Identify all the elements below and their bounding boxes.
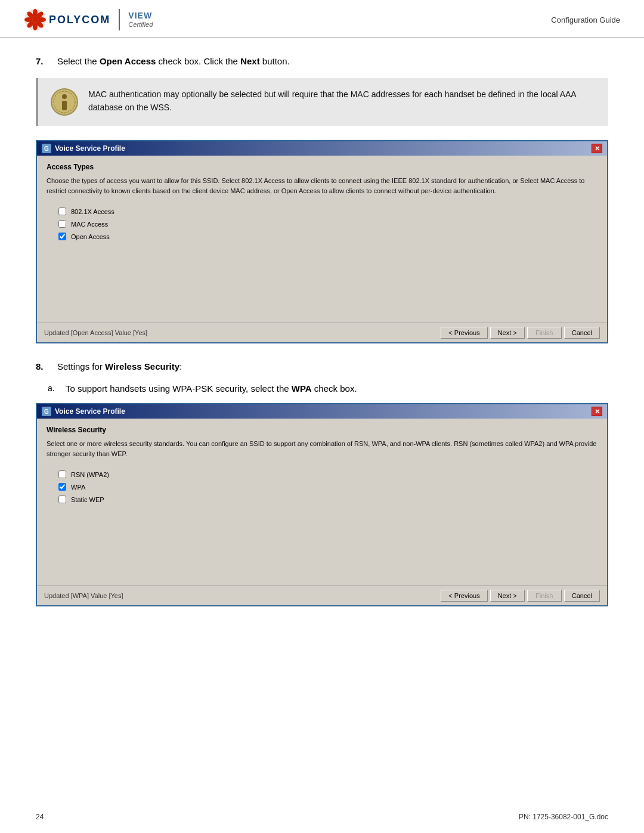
config-guide-label: Configuration Guide: [551, 16, 620, 24]
checkbox-802-input[interactable]: [58, 208, 66, 215]
step8-number: 8.: [36, 361, 48, 371]
dialog1-close-button[interactable]: ✕: [592, 144, 602, 153]
dialog2-previous-button[interactable]: < Previous: [441, 590, 487, 602]
checkbox-row-mac: MAC Access: [47, 220, 597, 228]
dialog2-buttons: < Previous Next > Finish Cancel: [441, 590, 600, 602]
page-header: POLYCOM VIEW Certified Configuration Gui…: [0, 0, 644, 38]
dialog1-title-left: G Voice Service Profile: [42, 144, 125, 153]
dialog2-title-icon: G: [42, 407, 51, 416]
dialog2-section-title: Wireless Security: [47, 426, 597, 434]
info-text: MAC authentication may optionally be sel…: [88, 88, 596, 114]
step7-bold1: Open Access: [100, 56, 156, 66]
dialog2-title-left: G Voice Service Profile: [42, 407, 125, 416]
checkbox-row-802: 802.1X Access: [47, 208, 597, 215]
step8a-row: a. To support handsets using WPA-PSK sec…: [48, 383, 608, 394]
logo-divider: [119, 9, 120, 30]
polycom-logo-icon: [24, 8, 47, 31]
svg-rect-12: [62, 101, 67, 110]
step7-instruction: 7. Select the Open Access check box. Cli…: [36, 56, 608, 66]
checkbox-802-label: 802.1X Access: [71, 208, 114, 215]
page-footer: 24 PN: 1725-36082-001_G.doc: [0, 813, 644, 821]
checkbox-open-input[interactable]: [58, 233, 66, 240]
step8-text: Settings for Wireless Security:: [57, 361, 182, 371]
svg-point-9: [32, 17, 38, 23]
dialog1-footer: Updated [Open Access] Value [Yes] < Prev…: [37, 323, 607, 342]
checkbox-staticwep-label: Static WEP: [71, 496, 104, 503]
checkbox-staticwep-input[interactable]: [58, 496, 66, 503]
step8a-text: To support handsets using WPA-PSK securi…: [66, 383, 357, 394]
main-content: 7. Select the Open Access check box. Cli…: [0, 38, 644, 642]
checkbox-row-staticwep: Static WEP: [47, 496, 597, 503]
logo-area: POLYCOM VIEW Certified: [24, 8, 153, 31]
dialog1-title-icon: G: [42, 144, 51, 153]
dialog1-status: Updated [Open Access] Value [Yes]: [44, 329, 147, 336]
polycom-name: POLYCOM: [49, 14, 110, 26]
dialog1-next-button[interactable]: Next >: [490, 327, 525, 339]
view-label: VIEW: [128, 11, 153, 21]
svg-point-11: [62, 94, 67, 99]
page-number: 24: [36, 813, 44, 821]
dialog1-finish-button[interactable]: Finish: [527, 327, 562, 339]
checkbox-wpa-input[interactable]: [58, 483, 66, 491]
certified-label: Certified: [128, 21, 153, 29]
dialog2-title-bar: G Voice Service Profile ✕: [37, 404, 607, 419]
dialog1-section-title: Access Types: [47, 163, 597, 171]
checkbox-row-rsn: RSN (WPA2): [47, 470, 597, 478]
dialog1-cancel-button[interactable]: Cancel: [564, 327, 600, 339]
dialog2-close-button[interactable]: ✕: [592, 407, 602, 416]
dialog2-cancel-button[interactable]: Cancel: [564, 590, 600, 602]
dialog1-body: Access Types Choose the types of access …: [37, 156, 607, 323]
checkbox-mac-label: MAC Access: [71, 221, 108, 228]
polycom-logo: POLYCOM: [24, 8, 110, 31]
dialog2-footer: Updated [WPA] Value [Yes] < Previous Nex…: [37, 586, 607, 605]
checkbox-row-open: Open Access: [47, 233, 597, 240]
checkbox-rsn-label: RSN (WPA2): [71, 471, 109, 478]
dialog2-window: G Voice Service Profile ✕ Wireless Secur…: [36, 403, 608, 606]
checkbox-open-label: Open Access: [71, 233, 110, 240]
doc-ref: PN: 1725-36082-001_G.doc: [519, 813, 608, 821]
dialog1-buttons: < Previous Next > Finish Cancel: [441, 327, 600, 339]
dialog1-description: Choose the types of access you want to a…: [47, 176, 597, 196]
dialog2-body: Wireless Security Select one or more wir…: [37, 419, 607, 586]
view-certified-block: VIEW Certified: [128, 11, 153, 29]
step8a-letter: a.: [48, 383, 58, 393]
dialog1-title-bar: G Voice Service Profile ✕: [37, 141, 607, 156]
dialog2-finish-button[interactable]: Finish: [527, 590, 562, 602]
step8-instruction: 8. Settings for Wireless Security:: [36, 361, 608, 371]
dialog1-title: Voice Service Profile: [55, 144, 125, 153]
step8a-sub: a. To support handsets using WPA-PSK sec…: [48, 383, 608, 394]
info-box: MAC authentication may optionally be sel…: [36, 78, 608, 126]
dialog1-previous-button[interactable]: < Previous: [441, 327, 487, 339]
checkbox-row-wpa: WPA: [47, 483, 597, 491]
step8-colon: :: [179, 361, 182, 371]
checkbox-wpa-label: WPA: [71, 484, 85, 491]
dialog1-window: G Voice Service Profile ✕ Access Types C…: [36, 140, 608, 343]
dialog2-next-button[interactable]: Next >: [490, 590, 525, 602]
dialog2-description: Select one or more wireless security sta…: [47, 439, 597, 459]
dialog2-title: Voice Service Profile: [55, 407, 125, 416]
checkbox-rsn-input[interactable]: [58, 470, 66, 478]
step7-text: Select the Open Access check box. Click …: [57, 56, 290, 66]
checkbox-mac-input[interactable]: [58, 220, 66, 228]
step8a-bold: WPA: [292, 383, 312, 394]
step7-bold2: Next: [240, 56, 260, 66]
step8-bold: Wireless Security: [105, 361, 179, 371]
step7-number: 7.: [36, 56, 48, 66]
dialog2-status: Updated [WPA] Value [Yes]: [44, 592, 123, 599]
info-icon: [50, 88, 79, 116]
